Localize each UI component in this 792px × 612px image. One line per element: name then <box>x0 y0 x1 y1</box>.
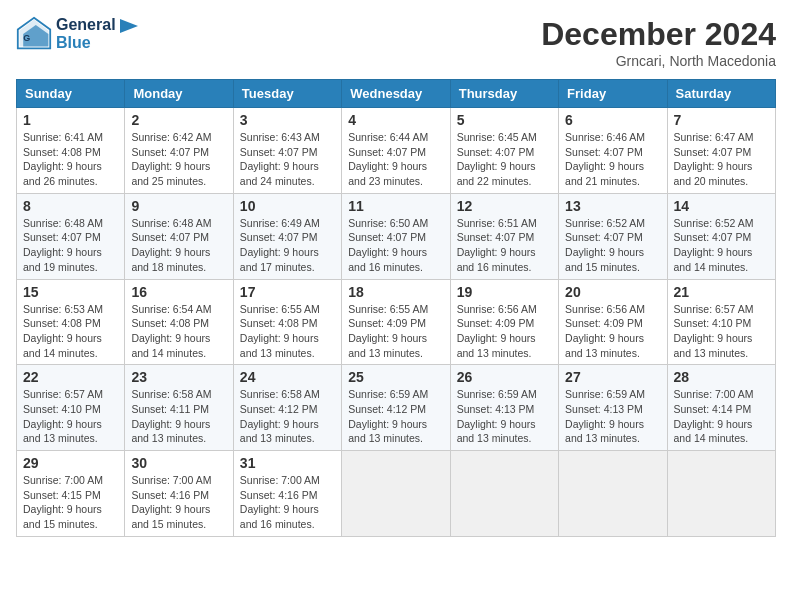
day-info: Sunrise: 6:44 AMSunset: 4:07 PMDaylight:… <box>348 130 443 189</box>
table-row: 5 Sunrise: 6:45 AMSunset: 4:07 PMDayligh… <box>450 108 558 194</box>
day-info: Sunrise: 6:55 AMSunset: 4:08 PMDaylight:… <box>240 302 335 361</box>
day-number: 7 <box>674 112 769 128</box>
logo-icon: G <box>16 16 52 52</box>
header-tuesday: Tuesday <box>233 80 341 108</box>
day-number: 6 <box>565 112 660 128</box>
day-number: 16 <box>131 284 226 300</box>
table-row: 9 Sunrise: 6:48 AMSunset: 4:07 PMDayligh… <box>125 193 233 279</box>
day-info: Sunrise: 7:00 AMSunset: 4:14 PMDaylight:… <box>674 387 769 446</box>
table-row: 3 Sunrise: 6:43 AMSunset: 4:07 PMDayligh… <box>233 108 341 194</box>
day-number: 8 <box>23 198 118 214</box>
calendar-week-row: 8 Sunrise: 6:48 AMSunset: 4:07 PMDayligh… <box>17 193 776 279</box>
calendar-week-row: 22 Sunrise: 6:57 AMSunset: 4:10 PMDaylig… <box>17 365 776 451</box>
table-row: 29 Sunrise: 7:00 AMSunset: 4:15 PMDaylig… <box>17 451 125 537</box>
day-info: Sunrise: 6:57 AMSunset: 4:10 PMDaylight:… <box>674 302 769 361</box>
day-info: Sunrise: 6:59 AMSunset: 4:13 PMDaylight:… <box>457 387 552 446</box>
day-info: Sunrise: 6:57 AMSunset: 4:10 PMDaylight:… <box>23 387 118 446</box>
table-row <box>559 451 667 537</box>
page-header: G General Blue December 2024 Grncari, No… <box>16 16 776 69</box>
table-row: 21 Sunrise: 6:57 AMSunset: 4:10 PMDaylig… <box>667 279 775 365</box>
logo: G General Blue <box>16 16 138 52</box>
day-info: Sunrise: 6:55 AMSunset: 4:09 PMDaylight:… <box>348 302 443 361</box>
header-thursday: Thursday <box>450 80 558 108</box>
header-sunday: Sunday <box>17 80 125 108</box>
table-row: 10 Sunrise: 6:49 AMSunset: 4:07 PMDaylig… <box>233 193 341 279</box>
day-info: Sunrise: 6:56 AMSunset: 4:09 PMDaylight:… <box>565 302 660 361</box>
table-row: 26 Sunrise: 6:59 AMSunset: 4:13 PMDaylig… <box>450 365 558 451</box>
table-row: 6 Sunrise: 6:46 AMSunset: 4:07 PMDayligh… <box>559 108 667 194</box>
table-row <box>450 451 558 537</box>
day-number: 18 <box>348 284 443 300</box>
table-row: 24 Sunrise: 6:58 AMSunset: 4:12 PMDaylig… <box>233 365 341 451</box>
day-number: 13 <box>565 198 660 214</box>
location: Grncari, North Macedonia <box>541 53 776 69</box>
day-number: 17 <box>240 284 335 300</box>
day-number: 25 <box>348 369 443 385</box>
day-info: Sunrise: 6:59 AMSunset: 4:12 PMDaylight:… <box>348 387 443 446</box>
day-number: 21 <box>674 284 769 300</box>
day-number: 10 <box>240 198 335 214</box>
table-row: 16 Sunrise: 6:54 AMSunset: 4:08 PMDaylig… <box>125 279 233 365</box>
day-number: 5 <box>457 112 552 128</box>
day-number: 9 <box>131 198 226 214</box>
calendar-header-row: Sunday Monday Tuesday Wednesday Thursday… <box>17 80 776 108</box>
day-number: 24 <box>240 369 335 385</box>
day-number: 29 <box>23 455 118 471</box>
header-wednesday: Wednesday <box>342 80 450 108</box>
table-row: 7 Sunrise: 6:47 AMSunset: 4:07 PMDayligh… <box>667 108 775 194</box>
day-info: Sunrise: 6:49 AMSunset: 4:07 PMDaylight:… <box>240 216 335 275</box>
day-info: Sunrise: 6:47 AMSunset: 4:07 PMDaylight:… <box>674 130 769 189</box>
table-row: 4 Sunrise: 6:44 AMSunset: 4:07 PMDayligh… <box>342 108 450 194</box>
table-row: 13 Sunrise: 6:52 AMSunset: 4:07 PMDaylig… <box>559 193 667 279</box>
day-info: Sunrise: 6:56 AMSunset: 4:09 PMDaylight:… <box>457 302 552 361</box>
header-monday: Monday <box>125 80 233 108</box>
flag-icon <box>120 19 138 33</box>
svg-text:G: G <box>23 33 30 43</box>
day-info: Sunrise: 7:00 AMSunset: 4:16 PMDaylight:… <box>240 473 335 532</box>
table-row: 25 Sunrise: 6:59 AMSunset: 4:12 PMDaylig… <box>342 365 450 451</box>
table-row: 31 Sunrise: 7:00 AMSunset: 4:16 PMDaylig… <box>233 451 341 537</box>
table-row <box>342 451 450 537</box>
day-info: Sunrise: 6:59 AMSunset: 4:13 PMDaylight:… <box>565 387 660 446</box>
day-info: Sunrise: 6:54 AMSunset: 4:08 PMDaylight:… <box>131 302 226 361</box>
day-number: 22 <box>23 369 118 385</box>
day-number: 31 <box>240 455 335 471</box>
table-row: 30 Sunrise: 7:00 AMSunset: 4:16 PMDaylig… <box>125 451 233 537</box>
day-number: 30 <box>131 455 226 471</box>
day-info: Sunrise: 6:52 AMSunset: 4:07 PMDaylight:… <box>565 216 660 275</box>
day-info: Sunrise: 6:51 AMSunset: 4:07 PMDaylight:… <box>457 216 552 275</box>
day-number: 3 <box>240 112 335 128</box>
calendar-week-row: 15 Sunrise: 6:53 AMSunset: 4:08 PMDaylig… <box>17 279 776 365</box>
calendar-week-row: 1 Sunrise: 6:41 AMSunset: 4:08 PMDayligh… <box>17 108 776 194</box>
day-info: Sunrise: 7:00 AMSunset: 4:15 PMDaylight:… <box>23 473 118 532</box>
calendar-table: Sunday Monday Tuesday Wednesday Thursday… <box>16 79 776 537</box>
day-info: Sunrise: 6:58 AMSunset: 4:11 PMDaylight:… <box>131 387 226 446</box>
day-info: Sunrise: 6:46 AMSunset: 4:07 PMDaylight:… <box>565 130 660 189</box>
day-number: 15 <box>23 284 118 300</box>
table-row: 28 Sunrise: 7:00 AMSunset: 4:14 PMDaylig… <box>667 365 775 451</box>
day-number: 26 <box>457 369 552 385</box>
day-number: 28 <box>674 369 769 385</box>
day-number: 27 <box>565 369 660 385</box>
day-info: Sunrise: 6:43 AMSunset: 4:07 PMDaylight:… <box>240 130 335 189</box>
day-info: Sunrise: 6:45 AMSunset: 4:07 PMDaylight:… <box>457 130 552 189</box>
table-row: 19 Sunrise: 6:56 AMSunset: 4:09 PMDaylig… <box>450 279 558 365</box>
day-number: 19 <box>457 284 552 300</box>
day-number: 1 <box>23 112 118 128</box>
table-row: 23 Sunrise: 6:58 AMSunset: 4:11 PMDaylig… <box>125 365 233 451</box>
table-row: 15 Sunrise: 6:53 AMSunset: 4:08 PMDaylig… <box>17 279 125 365</box>
table-row: 20 Sunrise: 6:56 AMSunset: 4:09 PMDaylig… <box>559 279 667 365</box>
table-row: 12 Sunrise: 6:51 AMSunset: 4:07 PMDaylig… <box>450 193 558 279</box>
table-row: 22 Sunrise: 6:57 AMSunset: 4:10 PMDaylig… <box>17 365 125 451</box>
table-row: 18 Sunrise: 6:55 AMSunset: 4:09 PMDaylig… <box>342 279 450 365</box>
day-info: Sunrise: 6:48 AMSunset: 4:07 PMDaylight:… <box>131 216 226 275</box>
day-number: 14 <box>674 198 769 214</box>
day-number: 2 <box>131 112 226 128</box>
table-row: 14 Sunrise: 6:52 AMSunset: 4:07 PMDaylig… <box>667 193 775 279</box>
day-number: 23 <box>131 369 226 385</box>
header-saturday: Saturday <box>667 80 775 108</box>
month-title: December 2024 <box>541 16 776 53</box>
table-row: 8 Sunrise: 6:48 AMSunset: 4:07 PMDayligh… <box>17 193 125 279</box>
day-info: Sunrise: 6:48 AMSunset: 4:07 PMDaylight:… <box>23 216 118 275</box>
table-row: 11 Sunrise: 6:50 AMSunset: 4:07 PMDaylig… <box>342 193 450 279</box>
